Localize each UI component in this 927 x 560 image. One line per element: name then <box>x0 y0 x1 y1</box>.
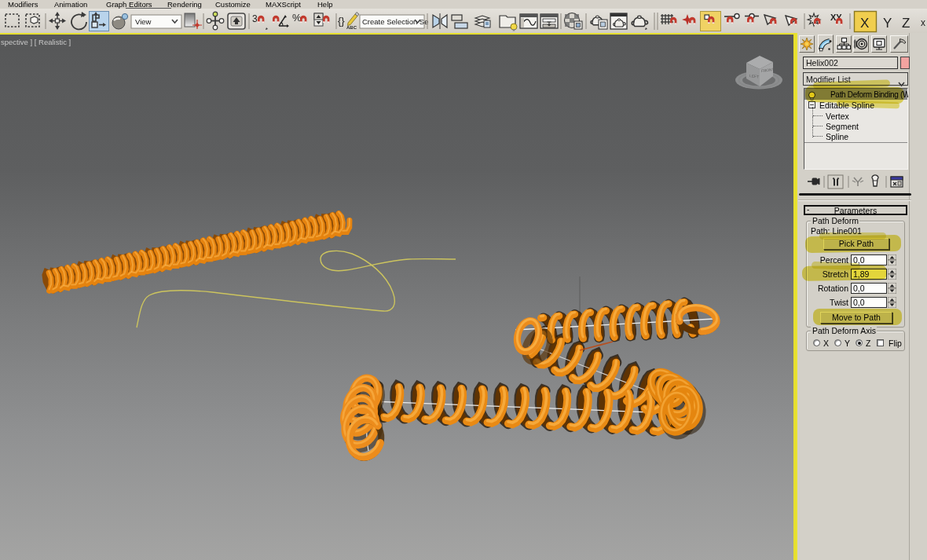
svg-text:Z: Z <box>902 16 910 31</box>
svg-text:ABC: ABC <box>346 25 357 30</box>
svg-text:x: x <box>921 17 925 28</box>
svg-text:3: 3 <box>252 13 258 24</box>
svg-text:{}: {} <box>338 15 345 27</box>
svg-text:X: X <box>860 16 869 31</box>
svg-text:View: View <box>135 17 152 26</box>
svg-text:Y: Y <box>883 16 892 31</box>
